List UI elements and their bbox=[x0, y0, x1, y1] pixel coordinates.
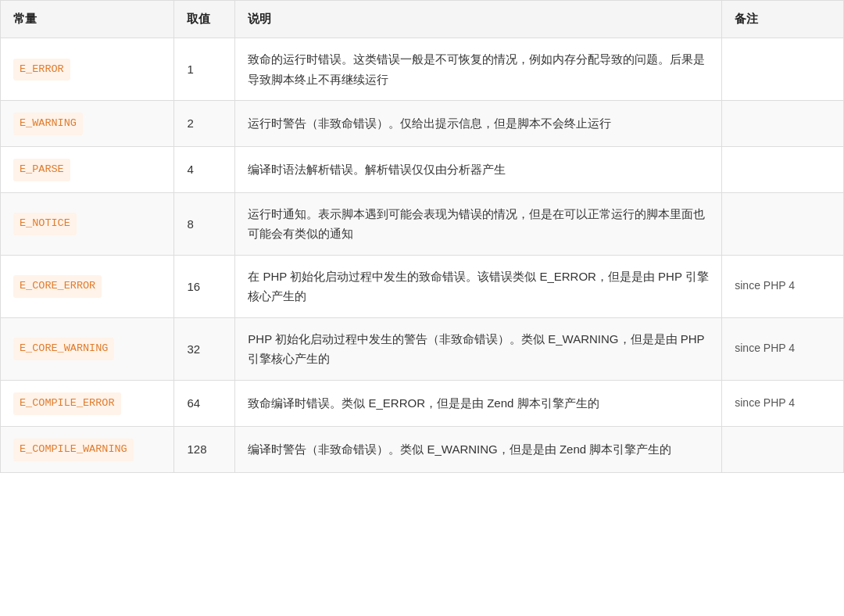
cell-constant: E_NOTICE bbox=[1, 192, 174, 255]
table-row: E_NOTICE8运行时通知。表示脚本遇到可能会表现为错误的情况，但是在可以正常… bbox=[1, 192, 844, 255]
table-header-row: 常量 取值 说明 备注 bbox=[1, 1, 844, 38]
cell-constant: E_CORE_WARNING bbox=[1, 317, 174, 380]
cell-value: 4 bbox=[174, 146, 235, 192]
constant-badge: E_CORE_ERROR bbox=[13, 275, 102, 298]
constant-badge: E_NOTICE bbox=[13, 213, 77, 235]
cell-constant: E_COMPILE_ERROR bbox=[1, 380, 174, 426]
table-row: E_CORE_ERROR16在 PHP 初始化启动过程中发生的致命错误。该错误类… bbox=[1, 255, 844, 317]
constant-badge: E_PARSE bbox=[13, 159, 70, 181]
cell-note bbox=[722, 426, 844, 472]
cell-description: 运行时通知。表示脚本遇到可能会表现为错误的情况，但是在可以正常运行的脚本里面也可… bbox=[235, 192, 722, 255]
cell-description: 运行时警告（非致命错误）。仅给出提示信息，但是脚本不会终止运行 bbox=[235, 101, 722, 147]
cell-note bbox=[722, 101, 844, 147]
cell-note: since PHP 4 bbox=[722, 380, 844, 426]
cell-description: 致命的运行时错误。这类错误一般是不可恢复的情况，例如内存分配导致的问题。后果是导… bbox=[235, 38, 722, 101]
constant-badge: E_COMPILE_ERROR bbox=[13, 392, 121, 415]
cell-description: PHP 初始化启动过程中发生的警告（非致命错误）。类似 E_WARNING，但是… bbox=[235, 317, 722, 380]
cell-note bbox=[722, 146, 844, 192]
table-row: E_COMPILE_ERROR64致命编译时错误。类似 E_ERROR，但是是由… bbox=[1, 380, 844, 426]
constant-badge: E_COMPILE_WARNING bbox=[13, 439, 134, 461]
cell-note: since PHP 4 bbox=[722, 255, 844, 317]
cell-note bbox=[722, 192, 844, 255]
cell-constant: E_COMPILE_WARNING bbox=[1, 426, 174, 472]
cell-note: since PHP 4 bbox=[722, 317, 844, 380]
cell-description: 编译时警告（非致命错误）。类似 E_WARNING，但是是由 Zend 脚本引擎… bbox=[235, 426, 722, 472]
cell-description: 在 PHP 初始化启动过程中发生的致命错误。该错误类似 E_ERROR，但是是由… bbox=[235, 255, 722, 317]
header-value: 取值 bbox=[174, 1, 235, 38]
header-note: 备注 bbox=[722, 1, 844, 38]
constant-badge: E_CORE_WARNING bbox=[13, 338, 114, 360]
header-constant: 常量 bbox=[1, 1, 174, 38]
cell-value: 2 bbox=[174, 101, 235, 147]
table-row: E_COMPILE_WARNING128编译时警告（非致命错误）。类似 E_WA… bbox=[1, 426, 844, 472]
cell-constant: E_ERROR bbox=[1, 38, 174, 101]
table-row: E_CORE_WARNING32PHP 初始化启动过程中发生的警告（非致命错误）… bbox=[1, 317, 844, 380]
cell-note bbox=[722, 38, 844, 101]
constant-badge: E_WARNING bbox=[13, 113, 83, 135]
cell-description: 致命编译时错误。类似 E_ERROR，但是是由 Zend 脚本引擎产生的 bbox=[235, 380, 722, 426]
php-error-table: 常量 取值 说明 备注 E_ERROR1致命的运行时错误。这类错误一般是不可恢复… bbox=[0, 0, 844, 473]
table-row: E_ERROR1致命的运行时错误。这类错误一般是不可恢复的情况，例如内存分配导致… bbox=[1, 38, 844, 101]
table-container: 常量 取值 说明 备注 E_ERROR1致命的运行时错误。这类错误一般是不可恢复… bbox=[0, 0, 844, 616]
cell-value: 32 bbox=[174, 317, 235, 380]
cell-constant: E_WARNING bbox=[1, 101, 174, 147]
cell-value: 8 bbox=[174, 192, 235, 255]
table-row: E_PARSE4编译时语法解析错误。解析错误仅仅由分析器产生 bbox=[1, 146, 844, 192]
cell-value: 16 bbox=[174, 255, 235, 317]
cell-description: 编译时语法解析错误。解析错误仅仅由分析器产生 bbox=[235, 146, 722, 192]
cell-value: 128 bbox=[174, 426, 235, 472]
constant-badge: E_ERROR bbox=[13, 59, 70, 81]
cell-value: 64 bbox=[174, 380, 235, 426]
cell-constant: E_PARSE bbox=[1, 146, 174, 192]
table-row: E_WARNING2运行时警告（非致命错误）。仅给出提示信息，但是脚本不会终止运… bbox=[1, 101, 844, 147]
cell-constant: E_CORE_ERROR bbox=[1, 255, 174, 317]
cell-value: 1 bbox=[174, 38, 235, 101]
header-description: 说明 bbox=[235, 1, 722, 38]
